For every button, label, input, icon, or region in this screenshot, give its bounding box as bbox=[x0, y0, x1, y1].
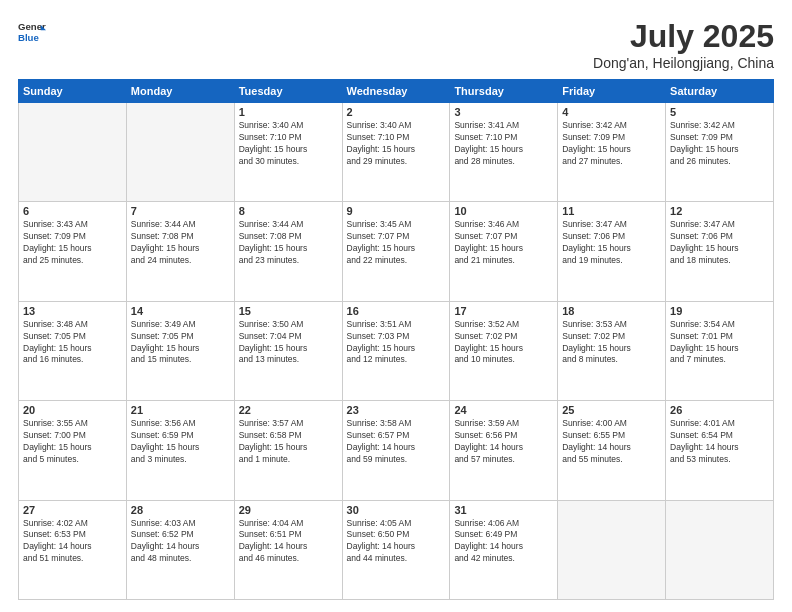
day-number: 29 bbox=[239, 504, 338, 516]
week-row-2: 6Sunrise: 3:43 AM Sunset: 7:09 PM Daylig… bbox=[19, 202, 774, 301]
day-number: 19 bbox=[670, 305, 769, 317]
day-info: Sunrise: 3:46 AM Sunset: 7:07 PM Dayligh… bbox=[454, 219, 553, 267]
calendar-cell: 23Sunrise: 3:58 AM Sunset: 6:57 PM Dayli… bbox=[342, 401, 450, 500]
calendar-cell: 13Sunrise: 3:48 AM Sunset: 7:05 PM Dayli… bbox=[19, 301, 127, 400]
day-info: Sunrise: 4:03 AM Sunset: 6:52 PM Dayligh… bbox=[131, 518, 230, 566]
day-number: 1 bbox=[239, 106, 338, 118]
day-info: Sunrise: 3:49 AM Sunset: 7:05 PM Dayligh… bbox=[131, 319, 230, 367]
day-info: Sunrise: 4:01 AM Sunset: 6:54 PM Dayligh… bbox=[670, 418, 769, 466]
calendar-cell: 28Sunrise: 4:03 AM Sunset: 6:52 PM Dayli… bbox=[126, 500, 234, 599]
calendar-cell: 22Sunrise: 3:57 AM Sunset: 6:58 PM Dayli… bbox=[234, 401, 342, 500]
week-row-1: 1Sunrise: 3:40 AM Sunset: 7:10 PM Daylig… bbox=[19, 103, 774, 202]
col-saturday: Saturday bbox=[666, 80, 774, 103]
day-number: 23 bbox=[347, 404, 446, 416]
day-info: Sunrise: 3:47 AM Sunset: 7:06 PM Dayligh… bbox=[670, 219, 769, 267]
calendar-cell: 11Sunrise: 3:47 AM Sunset: 7:06 PM Dayli… bbox=[558, 202, 666, 301]
day-number: 15 bbox=[239, 305, 338, 317]
calendar-cell: 21Sunrise: 3:56 AM Sunset: 6:59 PM Dayli… bbox=[126, 401, 234, 500]
calendar-cell: 1Sunrise: 3:40 AM Sunset: 7:10 PM Daylig… bbox=[234, 103, 342, 202]
day-info: Sunrise: 3:52 AM Sunset: 7:02 PM Dayligh… bbox=[454, 319, 553, 367]
day-number: 11 bbox=[562, 205, 661, 217]
calendar-cell: 20Sunrise: 3:55 AM Sunset: 7:00 PM Dayli… bbox=[19, 401, 127, 500]
calendar-cell bbox=[19, 103, 127, 202]
calendar-cell: 2Sunrise: 3:40 AM Sunset: 7:10 PM Daylig… bbox=[342, 103, 450, 202]
calendar-cell: 30Sunrise: 4:05 AM Sunset: 6:50 PM Dayli… bbox=[342, 500, 450, 599]
col-friday: Friday bbox=[558, 80, 666, 103]
col-tuesday: Tuesday bbox=[234, 80, 342, 103]
calendar-cell: 5Sunrise: 3:42 AM Sunset: 7:09 PM Daylig… bbox=[666, 103, 774, 202]
page: General Blue July 2025 Dong'an, Heilongj… bbox=[0, 0, 792, 612]
calendar-cell bbox=[666, 500, 774, 599]
calendar-cell: 10Sunrise: 3:46 AM Sunset: 7:07 PM Dayli… bbox=[450, 202, 558, 301]
day-number: 9 bbox=[347, 205, 446, 217]
day-info: Sunrise: 3:59 AM Sunset: 6:56 PM Dayligh… bbox=[454, 418, 553, 466]
calendar-table: Sunday Monday Tuesday Wednesday Thursday… bbox=[18, 79, 774, 600]
calendar-cell: 9Sunrise: 3:45 AM Sunset: 7:07 PM Daylig… bbox=[342, 202, 450, 301]
header: General Blue July 2025 Dong'an, Heilongj… bbox=[18, 18, 774, 71]
day-number: 30 bbox=[347, 504, 446, 516]
day-info: Sunrise: 4:05 AM Sunset: 6:50 PM Dayligh… bbox=[347, 518, 446, 566]
calendar-header-row: Sunday Monday Tuesday Wednesday Thursday… bbox=[19, 80, 774, 103]
day-info: Sunrise: 3:48 AM Sunset: 7:05 PM Dayligh… bbox=[23, 319, 122, 367]
calendar-cell: 6Sunrise: 3:43 AM Sunset: 7:09 PM Daylig… bbox=[19, 202, 127, 301]
logo-icon: General Blue bbox=[18, 18, 46, 46]
calendar-cell: 29Sunrise: 4:04 AM Sunset: 6:51 PM Dayli… bbox=[234, 500, 342, 599]
day-info: Sunrise: 3:45 AM Sunset: 7:07 PM Dayligh… bbox=[347, 219, 446, 267]
day-number: 5 bbox=[670, 106, 769, 118]
svg-text:Blue: Blue bbox=[18, 32, 39, 43]
day-info: Sunrise: 3:41 AM Sunset: 7:10 PM Dayligh… bbox=[454, 120, 553, 168]
month-year: July 2025 bbox=[593, 18, 774, 55]
day-info: Sunrise: 3:42 AM Sunset: 7:09 PM Dayligh… bbox=[562, 120, 661, 168]
calendar-cell: 12Sunrise: 3:47 AM Sunset: 7:06 PM Dayli… bbox=[666, 202, 774, 301]
col-thursday: Thursday bbox=[450, 80, 558, 103]
day-number: 21 bbox=[131, 404, 230, 416]
day-info: Sunrise: 3:54 AM Sunset: 7:01 PM Dayligh… bbox=[670, 319, 769, 367]
location: Dong'an, Heilongjiang, China bbox=[593, 55, 774, 71]
day-number: 24 bbox=[454, 404, 553, 416]
day-number: 6 bbox=[23, 205, 122, 217]
calendar-cell: 26Sunrise: 4:01 AM Sunset: 6:54 PM Dayli… bbox=[666, 401, 774, 500]
col-monday: Monday bbox=[126, 80, 234, 103]
calendar-cell bbox=[558, 500, 666, 599]
day-number: 18 bbox=[562, 305, 661, 317]
col-sunday: Sunday bbox=[19, 80, 127, 103]
day-info: Sunrise: 3:57 AM Sunset: 6:58 PM Dayligh… bbox=[239, 418, 338, 466]
calendar-cell: 8Sunrise: 3:44 AM Sunset: 7:08 PM Daylig… bbox=[234, 202, 342, 301]
week-row-4: 20Sunrise: 3:55 AM Sunset: 7:00 PM Dayli… bbox=[19, 401, 774, 500]
day-info: Sunrise: 3:43 AM Sunset: 7:09 PM Dayligh… bbox=[23, 219, 122, 267]
day-info: Sunrise: 3:44 AM Sunset: 7:08 PM Dayligh… bbox=[239, 219, 338, 267]
day-number: 27 bbox=[23, 504, 122, 516]
day-info: Sunrise: 3:47 AM Sunset: 7:06 PM Dayligh… bbox=[562, 219, 661, 267]
day-info: Sunrise: 3:44 AM Sunset: 7:08 PM Dayligh… bbox=[131, 219, 230, 267]
day-number: 28 bbox=[131, 504, 230, 516]
col-wednesday: Wednesday bbox=[342, 80, 450, 103]
calendar-cell: 31Sunrise: 4:06 AM Sunset: 6:49 PM Dayli… bbox=[450, 500, 558, 599]
week-row-5: 27Sunrise: 4:02 AM Sunset: 6:53 PM Dayli… bbox=[19, 500, 774, 599]
day-info: Sunrise: 3:50 AM Sunset: 7:04 PM Dayligh… bbox=[239, 319, 338, 367]
day-number: 31 bbox=[454, 504, 553, 516]
day-number: 22 bbox=[239, 404, 338, 416]
calendar-cell: 7Sunrise: 3:44 AM Sunset: 7:08 PM Daylig… bbox=[126, 202, 234, 301]
calendar-cell: 17Sunrise: 3:52 AM Sunset: 7:02 PM Dayli… bbox=[450, 301, 558, 400]
day-info: Sunrise: 3:53 AM Sunset: 7:02 PM Dayligh… bbox=[562, 319, 661, 367]
day-number: 20 bbox=[23, 404, 122, 416]
day-info: Sunrise: 3:51 AM Sunset: 7:03 PM Dayligh… bbox=[347, 319, 446, 367]
day-info: Sunrise: 3:55 AM Sunset: 7:00 PM Dayligh… bbox=[23, 418, 122, 466]
day-number: 13 bbox=[23, 305, 122, 317]
calendar-cell: 25Sunrise: 4:00 AM Sunset: 6:55 PM Dayli… bbox=[558, 401, 666, 500]
calendar-cell: 15Sunrise: 3:50 AM Sunset: 7:04 PM Dayli… bbox=[234, 301, 342, 400]
day-number: 16 bbox=[347, 305, 446, 317]
week-row-3: 13Sunrise: 3:48 AM Sunset: 7:05 PM Dayli… bbox=[19, 301, 774, 400]
day-info: Sunrise: 3:40 AM Sunset: 7:10 PM Dayligh… bbox=[239, 120, 338, 168]
calendar-cell: 24Sunrise: 3:59 AM Sunset: 6:56 PM Dayli… bbox=[450, 401, 558, 500]
calendar-cell: 14Sunrise: 3:49 AM Sunset: 7:05 PM Dayli… bbox=[126, 301, 234, 400]
calendar-cell: 3Sunrise: 3:41 AM Sunset: 7:10 PM Daylig… bbox=[450, 103, 558, 202]
day-number: 10 bbox=[454, 205, 553, 217]
day-number: 2 bbox=[347, 106, 446, 118]
calendar-cell: 16Sunrise: 3:51 AM Sunset: 7:03 PM Dayli… bbox=[342, 301, 450, 400]
day-number: 26 bbox=[670, 404, 769, 416]
day-info: Sunrise: 3:40 AM Sunset: 7:10 PM Dayligh… bbox=[347, 120, 446, 168]
day-number: 12 bbox=[670, 205, 769, 217]
day-number: 7 bbox=[131, 205, 230, 217]
day-number: 17 bbox=[454, 305, 553, 317]
